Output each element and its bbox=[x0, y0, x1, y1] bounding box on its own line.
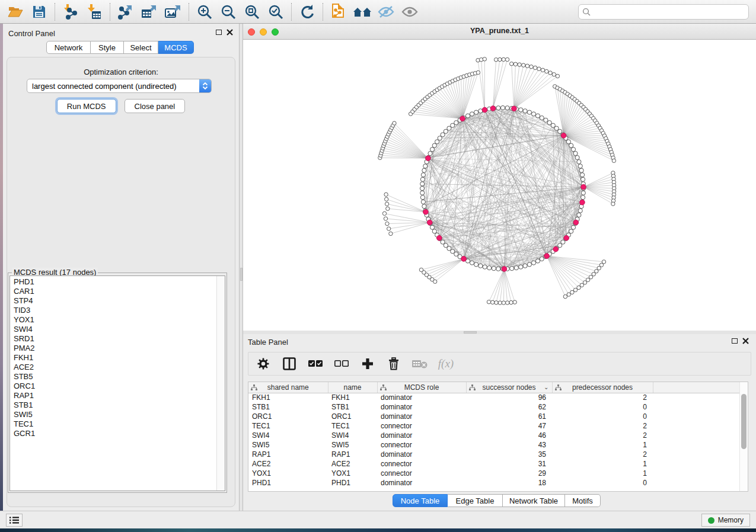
table-row[interactable]: STB1STB1dominator620 bbox=[248, 402, 741, 412]
table-cell[interactable]: PHD1 bbox=[248, 478, 328, 488]
network-node[interactable] bbox=[432, 229, 436, 233]
mcds-result-item[interactable]: STP4 bbox=[14, 296, 225, 306]
network-hub-node[interactable] bbox=[553, 246, 559, 252]
network-leaf-node[interactable] bbox=[573, 288, 577, 291]
network-leaf-node[interactable] bbox=[570, 290, 574, 294]
panel-layout-icon[interactable] bbox=[282, 356, 297, 371]
network-hub-node[interactable] bbox=[561, 133, 566, 139]
table-cell[interactable]: ACE2 bbox=[248, 459, 328, 469]
network-leaf-node[interactable] bbox=[389, 232, 393, 235]
network-leaf-node[interactable] bbox=[556, 74, 559, 78]
network-node[interactable] bbox=[420, 186, 424, 190]
table-cell[interactable]: ORC1 bbox=[328, 412, 377, 421]
network-node[interactable] bbox=[578, 209, 582, 213]
network-leaf-node[interactable] bbox=[537, 67, 541, 70]
network-node[interactable] bbox=[421, 200, 425, 204]
network-node[interactable] bbox=[474, 262, 479, 267]
table-cell[interactable]: dominator bbox=[377, 431, 466, 440]
network-leaf-node[interactable] bbox=[525, 64, 529, 68]
tab-motifs[interactable]: Motifs bbox=[565, 494, 601, 507]
column-settings-gear-icon[interactable] bbox=[256, 356, 271, 371]
table-cell[interactable]: connector bbox=[377, 440, 466, 450]
network-hub-node[interactable] bbox=[423, 210, 429, 215]
table-cell[interactable]: ACE2 bbox=[328, 459, 377, 469]
table-cell[interactable]: YOX1 bbox=[328, 469, 377, 478]
table-cell[interactable]: 46 bbox=[466, 431, 552, 440]
mcds-result-item[interactable]: STB1 bbox=[14, 400, 225, 410]
network-hub-node[interactable] bbox=[427, 220, 432, 225]
column-header-shared-name[interactable]: shared name bbox=[248, 382, 328, 393]
network-leaf-node[interactable] bbox=[505, 57, 509, 61]
network-node[interactable] bbox=[580, 173, 585, 177]
tab-network[interactable]: Network bbox=[46, 41, 91, 54]
table-row[interactable]: ORC1ORC1dominator610 bbox=[248, 412, 741, 421]
network-node[interactable] bbox=[544, 118, 548, 122]
table-cell[interactable]: 61 bbox=[466, 412, 552, 421]
network-leaf-node[interactable] bbox=[502, 57, 505, 61]
float-panel-icon[interactable] bbox=[216, 30, 222, 35]
table-cell[interactable]: connector bbox=[377, 459, 466, 469]
network-node[interactable] bbox=[420, 196, 425, 200]
network-leaf-node[interactable] bbox=[385, 222, 389, 225]
table-cell[interactable]: PHD1 bbox=[328, 478, 377, 488]
select-all-checkboxes-icon[interactable] bbox=[308, 356, 323, 371]
network-leaf-node[interactable] bbox=[384, 217, 387, 220]
network-node[interactable] bbox=[422, 204, 426, 209]
table-cell[interactable]: TEC1 bbox=[328, 421, 377, 431]
close-panel-icon[interactable] bbox=[227, 29, 233, 36]
tab-node-table[interactable]: Node Table bbox=[393, 494, 448, 507]
refresh-icon[interactable] bbox=[295, 2, 319, 22]
splitter-grabber[interactable] bbox=[240, 268, 243, 281]
column-header-name[interactable]: name bbox=[328, 382, 377, 393]
mcds-result-scrollbar[interactable] bbox=[216, 276, 225, 491]
network-leaf-node[interactable] bbox=[385, 197, 388, 201]
table-cell[interactable]: 1 bbox=[552, 459, 653, 469]
table-cell[interactable]: 96 bbox=[466, 393, 552, 402]
network-leaf-node[interactable] bbox=[548, 71, 552, 75]
table-cell[interactable]: 0 bbox=[552, 412, 653, 421]
table-row[interactable]: RAP1RAP1dominator352 bbox=[248, 450, 741, 459]
table-cell[interactable]: 29 bbox=[466, 469, 552, 478]
table-row[interactable]: SWI5SWI5connector431 bbox=[248, 440, 741, 450]
mcds-result-item[interactable]: SRD1 bbox=[14, 334, 225, 344]
network-leaf-node[interactable] bbox=[498, 57, 502, 61]
network-node[interactable] bbox=[519, 108, 523, 112]
table-cell[interactable]: STB1 bbox=[328, 402, 377, 412]
table-cell[interactable]: 0 bbox=[552, 478, 653, 488]
network-leaf-node[interactable] bbox=[382, 211, 386, 215]
network-leaf-node[interactable] bbox=[393, 121, 396, 125]
mcds-result-list[interactable]: PHD1CAR1STP4TID3YOX1SWI4SRD1PMA2FKH1ACE2… bbox=[9, 275, 225, 491]
table-scrollbar-thumb[interactable] bbox=[741, 394, 747, 449]
zoom-in-icon[interactable] bbox=[193, 2, 216, 22]
mcds-result-item[interactable]: TID3 bbox=[14, 306, 225, 315]
network-node[interactable] bbox=[474, 110, 479, 114]
task-history-button[interactable] bbox=[6, 514, 23, 527]
table-cell[interactable]: 47 bbox=[466, 421, 552, 431]
network-leaf-node[interactable] bbox=[612, 159, 615, 162]
network-hub-node[interactable] bbox=[482, 107, 487, 113]
network-leaf-node[interactable] bbox=[506, 301, 509, 305]
network-leaf-node[interactable] bbox=[491, 300, 495, 304]
network-node[interactable] bbox=[581, 177, 585, 181]
network-node[interactable] bbox=[519, 265, 523, 269]
network-node[interactable] bbox=[470, 261, 474, 265]
table-row[interactable]: YOX1YOX1connector291 bbox=[248, 469, 741, 478]
network-node[interactable] bbox=[578, 164, 582, 168]
home-views-icon[interactable] bbox=[350, 2, 374, 22]
network-leaf-node[interactable] bbox=[518, 63, 521, 66]
network-leaf-node[interactable] bbox=[494, 58, 497, 62]
table-cell[interactable]: 43 bbox=[466, 440, 552, 450]
network-node[interactable] bbox=[579, 168, 583, 172]
show-all-eye-icon[interactable] bbox=[398, 2, 422, 22]
table-scrollbar[interactable] bbox=[739, 382, 748, 491]
network-hub-node[interactable] bbox=[564, 235, 569, 241]
vertical-splitter[interactable] bbox=[239, 24, 243, 511]
tab-network-table[interactable]: Network Table bbox=[503, 494, 565, 507]
network-node[interactable] bbox=[496, 267, 500, 271]
table-cell[interactable]: 2 bbox=[552, 431, 653, 440]
table-cell[interactable]: dominator bbox=[377, 402, 466, 412]
network-leaf-node[interactable] bbox=[509, 300, 513, 304]
table-cell[interactable]: dominator bbox=[377, 412, 466, 421]
mcds-result-item[interactable]: GCR1 bbox=[14, 429, 225, 438]
open-folder-icon[interactable] bbox=[4, 2, 27, 22]
